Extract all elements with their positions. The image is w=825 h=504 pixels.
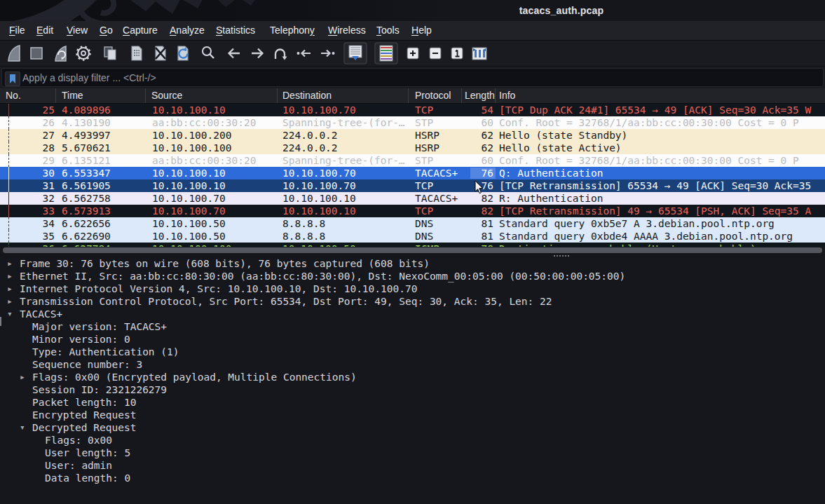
cell-info: [TCP Retransmission] 65534 → 49 [ACK] Se… (496, 179, 825, 192)
menu-help[interactable]: Help (411, 21, 432, 40)
packet-row-28[interactable]: 285.67062110.10.100.100224.0.0.2HSRP62He… (0, 142, 825, 154)
cell-info: Standard query 0xb5e7 A 3.debian.pool.nt… (496, 217, 825, 230)
detail-text: Packet length: 10 (32, 396, 136, 409)
expand-arrow-icon[interactable]: ▸ (7, 257, 20, 270)
cell-source: 10.10.100.70 (146, 205, 278, 217)
display-filter-input[interactable]: Apply a display filter ... <Ctrl-/> (1, 68, 824, 87)
detail-line[interactable]: ▾TACACS+ (0, 308, 825, 320)
menu-analyze[interactable]: Analyze (170, 21, 205, 40)
next-packet-icon[interactable] (319, 44, 336, 62)
detail-text: Encrypted Request (32, 409, 136, 421)
no-toggle (32, 472, 45, 484)
detail-text: Type: Authentication (1) (32, 346, 179, 358)
restart-capture-icon[interactable] (53, 44, 68, 62)
expand-arrow-icon[interactable]: ▸ (7, 270, 20, 282)
column-header-info[interactable]: Info (496, 88, 825, 103)
packet-row-29[interactable]: 296.135121aa:bb:cc:00:30:20Spanning-tree… (0, 154, 825, 167)
detail-line[interactable]: Major version: TACACS+ (0, 320, 825, 333)
detail-line[interactable]: ▸Transmission Control Protocol, Src Port… (0, 295, 825, 308)
menu-wireless[interactable]: Wireless (328, 21, 366, 40)
go-to-packet-icon[interactable] (272, 44, 289, 62)
detail-line[interactable]: ▾Decrypted Request (0, 421, 825, 434)
column-header-source[interactable]: Source (146, 88, 278, 103)
save-file-icon[interactable] (128, 44, 145, 62)
cell-destination: 224.0.0.2 (278, 129, 409, 142)
zoom-original-icon[interactable] (450, 44, 464, 62)
detail-line[interactable]: Data length: 0 (0, 472, 825, 484)
zoom-out-icon[interactable] (428, 44, 442, 62)
auto-scroll-toggle-icon[interactable] (343, 42, 367, 64)
column-header-protocol[interactable]: Protocol (409, 88, 462, 103)
previous-packet-icon[interactable] (296, 44, 313, 62)
menu-edit[interactable]: Edit (36, 21, 53, 40)
menu-go[interactable]: Go (100, 21, 113, 40)
pane-splitter[interactable] (0, 254, 825, 257)
cell-info: Q: Authentication (496, 167, 825, 179)
scrollbar-handle[interactable] (3, 247, 822, 253)
go-back-icon[interactable] (226, 44, 243, 62)
reload-file-icon[interactable] (175, 44, 191, 62)
menu-statistics[interactable]: Statistics (216, 21, 255, 40)
find-packet-icon[interactable] (200, 44, 217, 62)
detail-line[interactable]: ▸Frame 30: 76 bytes on wire (608 bits), … (0, 257, 825, 270)
detail-line[interactable]: Encrypted Request (0, 409, 825, 421)
detail-line[interactable]: Minor version: 0 (0, 333, 825, 346)
menu-file[interactable]: File (9, 21, 25, 40)
filter-bookmark-button[interactable] (5, 71, 20, 86)
expand-arrow-icon[interactable]: ▸ (7, 295, 20, 308)
stop-capture-icon[interactable] (29, 44, 44, 62)
cell-protocol: HSRP (409, 142, 462, 154)
close-file-icon[interactable] (152, 44, 169, 62)
detail-line[interactable]: Packet length: 10 (0, 396, 825, 409)
packet-row-34[interactable]: 346.62265610.10.100.508.8.8.8DNS81Standa… (0, 217, 825, 230)
no-toggle (32, 447, 45, 459)
go-forward-icon[interactable] (249, 44, 266, 62)
zoom-in-icon[interactable] (406, 44, 420, 62)
colorize-toggle-icon[interactable] (374, 42, 398, 64)
detail-line[interactable]: Session ID: 2321226279 (0, 383, 825, 396)
conversation-mark (8, 142, 9, 154)
cell-protocol: STP (409, 154, 462, 167)
collapse-arrow-icon[interactable]: ▾ (7, 308, 20, 320)
detail-line[interactable]: User length: 5 (0, 447, 825, 459)
cell-source: aa:bb:cc:00:30:20 (146, 154, 278, 167)
detail-line[interactable]: Sequence number: 3 (0, 358, 825, 371)
capture-options-gear-icon[interactable] (75, 44, 92, 62)
packet-row-33[interactable]: 336.57391310.10.100.7010.10.100.10TCP82[… (0, 205, 825, 217)
menu-telephony[interactable]: Telephony (270, 21, 315, 40)
column-header-time[interactable]: Time (56, 88, 146, 103)
menu-view[interactable]: View (67, 21, 88, 40)
detail-line[interactable]: ▸Ethernet II, Src: aa:bb:cc:80:30:00 (aa… (0, 270, 825, 282)
packet-row-27[interactable]: 274.49399710.10.100.200224.0.0.2HSRP62He… (0, 129, 825, 142)
column-header-destination[interactable]: Destination (278, 88, 409, 103)
packet-row-26[interactable]: 264.130190aa:bb:cc:00:30:20Spanning-tree… (0, 116, 825, 129)
column-header-length[interactable]: Length (462, 88, 496, 103)
cell-destination: 8.8.8.8 (278, 217, 409, 230)
detail-line[interactable]: Type: Authentication (1) (0, 346, 825, 358)
detail-line[interactable]: ▸Flags: 0x00 (Encrypted payload, Multipl… (0, 371, 825, 383)
open-file-icon[interactable] (102, 44, 118, 62)
detail-line[interactable]: User: admin (0, 459, 825, 472)
horizontal-scrollbar[interactable] (0, 247, 825, 254)
conversation-mark (8, 217, 9, 230)
cell-destination: 10.10.100.70 (278, 104, 409, 116)
collapse-arrow-icon[interactable]: ▾ (20, 421, 32, 434)
column-header-no[interactable]: No. (0, 88, 56, 103)
expand-arrow-icon[interactable]: ▸ (20, 371, 32, 383)
cell-info: Hello (state Standby) (496, 129, 825, 142)
menu-capture[interactable]: Capture (123, 21, 158, 40)
window-titlebar[interactable]: tacacs_auth.pcap (0, 0, 825, 21)
menu-bar: FileEditViewGoCaptureAnalyzeStatisticsTe… (0, 21, 825, 41)
menu-tools[interactable]: Tools (376, 21, 400, 40)
packet-row-31[interactable]: 316.56190510.10.100.1010.10.100.70TCP76[… (0, 179, 825, 192)
detail-line[interactable]: ▸Internet Protocol Version 4, Src: 10.10… (0, 282, 825, 295)
packet-row-35[interactable]: 356.62269010.10.100.508.8.8.8DNS81Standa… (0, 230, 825, 243)
start-capture-icon[interactable] (6, 44, 22, 62)
packet-row-32[interactable]: 326.56275810.10.100.7010.10.100.10TACACS… (0, 192, 825, 205)
resize-columns-icon[interactable] (470, 44, 489, 62)
packet-row-25[interactable]: 254.08989610.10.100.1010.10.100.70TCP54[… (0, 104, 825, 116)
packet-row-30[interactable]: 306.55334710.10.100.1010.10.100.70TACACS… (0, 167, 825, 179)
cell-protocol: DNS (409, 230, 462, 243)
detail-line[interactable]: Flags: 0x00 (0, 434, 825, 447)
expand-arrow-icon[interactable]: ▸ (7, 282, 20, 295)
